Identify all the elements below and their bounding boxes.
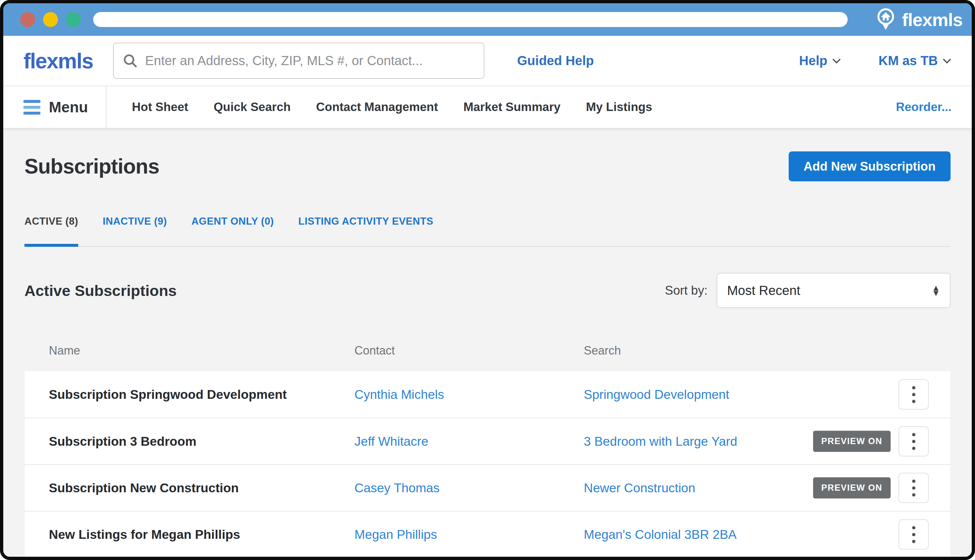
search-icon (123, 53, 138, 68)
browser-url-bar[interactable] (93, 12, 848, 27)
search-link[interactable]: Megan's Colonial 3BR 2BA (584, 527, 813, 542)
table-row: New Listings for Megan Phillips Megan Ph… (24, 511, 951, 557)
section-title: Active Subscriptions (24, 282, 177, 300)
search-link[interactable]: Springwood Development (584, 387, 813, 402)
close-button[interactable] (20, 12, 35, 27)
subscription-name: New Listings for Megan Phillips (49, 527, 354, 542)
add-new-subscription-button[interactable]: Add New Subscription (789, 152, 951, 182)
guided-help-link[interactable]: Guided Help (517, 53, 594, 68)
nav-item-contact-management[interactable]: Contact Management (316, 100, 438, 114)
contact-link[interactable]: Megan Phillips (354, 527, 584, 542)
row-actions-menu-button[interactable] (898, 519, 929, 550)
search-link[interactable]: 3 Bedroom with Large Yard (584, 434, 813, 448)
flexmls-logo: flexmls (23, 48, 93, 73)
app-header: flexmls Guided Help Help KM as TB (3, 36, 972, 86)
chevron-down-icon (832, 58, 841, 64)
column-contact: Contact (354, 344, 584, 357)
table-row: Subscription Springwood Development Cynt… (24, 371, 951, 418)
section-header: Active Subscriptions Sort by: Most Recen… (24, 273, 951, 308)
table-header: Name Contact Search (24, 344, 951, 357)
flexmls-brand: flexmls (874, 7, 963, 32)
column-search: Search (584, 344, 813, 357)
brand-wordmark: flexmls (902, 9, 963, 30)
column-name: Name (49, 344, 354, 357)
row-actions-menu-button[interactable] (898, 426, 929, 457)
menu-button[interactable]: Menu (23, 98, 88, 116)
reorder-link[interactable]: Reorder... (896, 100, 952, 114)
subscriptions-list: Subscription Springwood Development Cynt… (24, 371, 951, 557)
user-menu[interactable]: KM as TB (878, 53, 952, 68)
flexmls-pin-icon (874, 7, 897, 32)
select-arrows-icon: ▲▼ (932, 285, 940, 296)
search-input[interactable] (145, 53, 475, 68)
contact-link[interactable]: Cynthia Michels (354, 387, 584, 402)
nav-item-my-listings[interactable]: My Listings (586, 100, 653, 114)
menu-label: Menu (49, 98, 88, 116)
tab-listing-activity-events[interactable]: LISTING ACTIVITY EVENTS (299, 215, 434, 227)
maximize-button[interactable] (66, 12, 81, 27)
preview-on-badge: PREVIEW ON (813, 431, 891, 452)
browser-window: flexmls flexmls Guided Help Help KM as T… (0, 0, 975, 560)
help-menu[interactable]: Help (799, 53, 841, 68)
preview-on-badge: PREVIEW ON (813, 477, 891, 498)
help-label: Help (799, 53, 827, 68)
main-nav: Menu Hot Sheet Quick Search Contact Mana… (3, 86, 972, 128)
nav-divider (106, 86, 107, 128)
row-actions-menu-button[interactable] (898, 473, 929, 503)
hamburger-icon (23, 100, 40, 115)
contact-link[interactable]: Casey Thomas (354, 481, 584, 495)
row-actions-menu-button[interactable] (898, 379, 929, 410)
user-menu-label: KM as TB (878, 53, 938, 68)
nav-item-market-summary[interactable]: Market Summary (463, 100, 560, 114)
table-row: Subscription 3 Bedroom Jeff Whitacre 3 B… (24, 418, 951, 464)
sort-select[interactable]: Most Recent ▲▼ (717, 273, 951, 308)
subscription-name: Subscription New Construction (49, 481, 354, 495)
browser-chrome: flexmls (3, 3, 972, 36)
search-link[interactable]: Newer Construction (584, 481, 813, 495)
window-controls (20, 12, 81, 27)
tab-inactive[interactable]: INACTIVE (9) (103, 215, 167, 227)
subscriptions-page: Subscriptions Add New Subscription ACTIV… (3, 128, 972, 560)
minimize-button[interactable] (43, 12, 58, 27)
chevron-down-icon (942, 58, 952, 64)
table-row: Subscription New Construction Casey Thom… (24, 464, 951, 511)
global-search[interactable] (113, 43, 484, 79)
contact-link[interactable]: Jeff Whitacre (354, 434, 584, 448)
subscription-name: Subscription 3 Bedroom (49, 434, 354, 448)
nav-item-quick-search[interactable]: Quick Search (214, 100, 291, 114)
subscription-name: Subscription Springwood Development (49, 387, 354, 402)
page-title: Subscriptions (24, 154, 159, 178)
sort-by-label: Sort by: (665, 283, 708, 298)
page-head: Subscriptions Add New Subscription (24, 152, 951, 182)
tab-agent-only[interactable]: AGENT ONLY (0) (191, 215, 274, 227)
subscription-tabs: ACTIVE (8) INACTIVE (9) AGENT ONLY (0) L… (24, 215, 951, 247)
sort-selected-value: Most Recent (727, 283, 800, 298)
tab-active[interactable]: ACTIVE (8) (24, 215, 78, 227)
nav-item-hot-sheet[interactable]: Hot Sheet (132, 100, 188, 114)
